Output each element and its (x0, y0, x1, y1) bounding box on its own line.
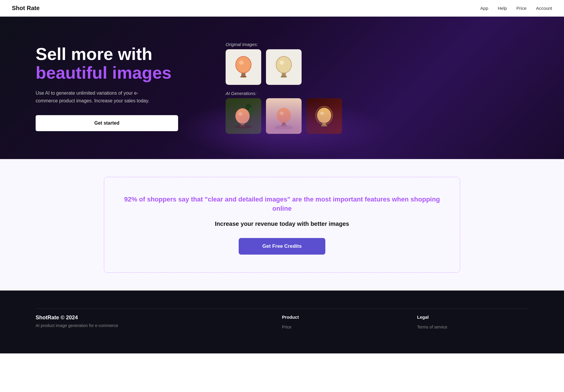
original-images-label: Original Images: (226, 42, 302, 47)
footer-product-title: Product (282, 315, 393, 320)
svg-rect-24 (321, 125, 327, 126)
footer-brand: ShotRate © 2024 AI product image generat… (36, 315, 258, 330)
svg-rect-9 (281, 76, 287, 77)
stats-card: 92% of shoppers say that "clear and deta… (104, 177, 460, 273)
footer-divider (36, 308, 528, 309)
stats-subheadline: Increase your revenue today with better … (116, 220, 448, 227)
svg-point-12 (235, 108, 250, 124)
stats-headline: 92% of shoppers say that "clear and deta… (116, 195, 448, 213)
ai-image-1 (226, 98, 261, 134)
svg-point-13 (238, 112, 243, 116)
hero-subtitle: Use AI to generate unlimited variations … (36, 89, 160, 104)
original-images-row (226, 49, 302, 85)
nav-price[interactable]: Price (517, 6, 527, 11)
footer-brand-name: ShotRate © 2024 (36, 315, 258, 321)
ai-generations-label: AI Generations: (226, 91, 342, 96)
ai-image-2 (266, 98, 302, 134)
hero-images: Original Images: (226, 42, 528, 134)
original-image-2 (266, 49, 302, 85)
logo[interactable]: Shot Rate (12, 5, 39, 12)
footer-legal-links: Terms of service (417, 324, 528, 330)
svg-point-2 (239, 61, 244, 65)
hero-title-purple: beautiful images (36, 63, 202, 82)
svg-point-17 (277, 108, 291, 123)
svg-point-16 (235, 125, 252, 128)
ai-generations-row (226, 98, 342, 134)
nav-account[interactable]: Account (536, 6, 552, 11)
original-images-section: Original Images: (226, 42, 302, 85)
navbar: Shot Rate App Help Price Account (0, 0, 564, 17)
svg-rect-4 (240, 76, 246, 77)
ai-generations-section: AI Generations: (226, 91, 342, 134)
footer-link-terms[interactable]: Terms of service (417, 325, 447, 329)
footer-product-links: Price (282, 324, 393, 330)
footer-product-col: Product Price (282, 315, 393, 330)
footer-brand-desc: AI product image generation for e-commer… (36, 323, 258, 328)
svg-point-7 (279, 61, 284, 65)
svg-point-22 (320, 112, 324, 115)
svg-point-18 (280, 112, 284, 115)
get-free-credits-button[interactable]: Get Free Credits (239, 238, 325, 255)
nav-help[interactable]: Help (498, 6, 507, 11)
ai-image-3 (306, 98, 342, 134)
footer-top: ShotRate © 2024 AI product image generat… (36, 315, 528, 330)
nav-links: App Help Price Account (480, 6, 552, 11)
footer-legal-title: Legal (417, 315, 528, 320)
hero-title-white: Sell more with (36, 45, 202, 64)
get-started-button[interactable]: Get started (36, 115, 178, 131)
footer-link-price[interactable]: Price (282, 325, 291, 329)
nav-app[interactable]: App (480, 6, 488, 11)
stats-section: 92% of shoppers say that "clear and deta… (0, 159, 564, 291)
svg-point-21 (317, 108, 331, 123)
footer-legal-col: Legal Terms of service (417, 315, 528, 330)
hero-section: Sell more with beautiful images Use AI t… (0, 17, 564, 159)
footer: ShotRate © 2024 AI product image generat… (0, 291, 564, 353)
hero-content: Sell more with beautiful images Use AI t… (36, 45, 202, 131)
original-image-1 (226, 49, 261, 85)
